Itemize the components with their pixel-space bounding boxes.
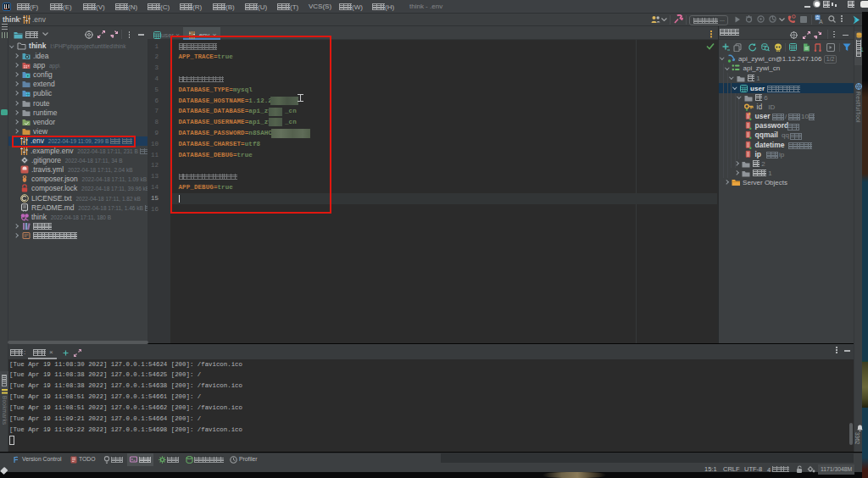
svg-text:A: A (819, 19, 823, 25)
